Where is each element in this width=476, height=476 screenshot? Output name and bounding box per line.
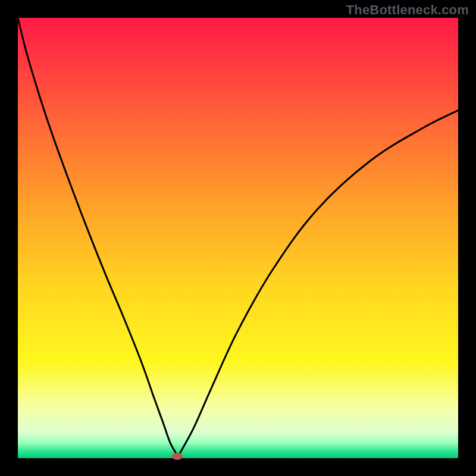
bottleneck-chart	[0, 0, 476, 476]
plot-background	[18, 18, 458, 458]
chart-stage: TheBottleneck.com	[0, 0, 476, 476]
watermark-text: TheBottleneck.com	[346, 2, 469, 18]
optimum-marker	[172, 453, 183, 460]
